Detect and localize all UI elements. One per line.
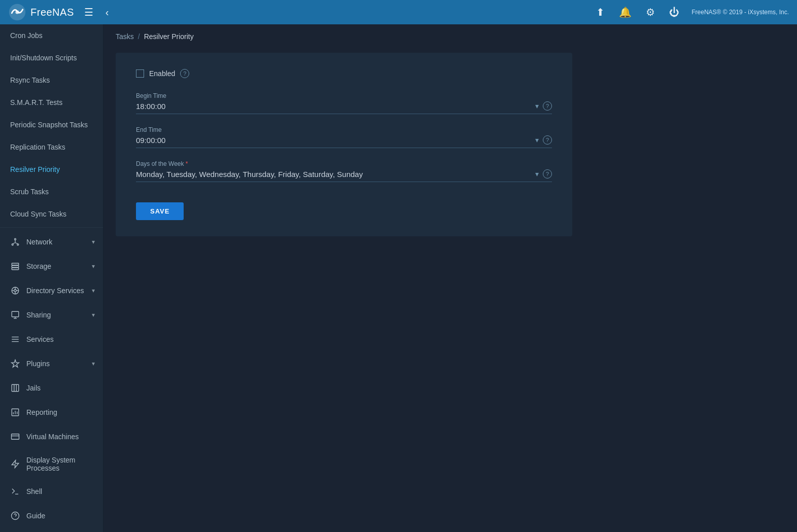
- notifications-icon[interactable]: 🔔: [617, 4, 634, 20]
- directory-services-arrow-icon: ▾: [92, 287, 95, 294]
- enabled-row: Enabled ?: [136, 69, 552, 78]
- breadcrumb: Tasks / Resilver Priority: [116, 32, 194, 41]
- sidebar-item-cron-jobs[interactable]: Cron Jobs: [0, 24, 103, 47]
- network-icon: [10, 237, 20, 247]
- end-time-label: End Time: [136, 126, 552, 133]
- sidebar-item-plugins[interactable]: Plugins ▾: [0, 351, 103, 376]
- sidebar-item-guide[interactable]: Guide: [0, 504, 103, 528]
- logo: FreeNAS: [8, 3, 74, 21]
- storage-arrow-icon: ▾: [92, 263, 95, 270]
- virtual-machines-icon: [10, 432, 20, 442]
- save-button[interactable]: SAVE: [136, 202, 184, 220]
- sharing-icon: [10, 310, 20, 320]
- svg-line-7: [15, 243, 18, 244]
- svg-point-4: [17, 244, 19, 245]
- sidebar-item-replication-tasks[interactable]: Replication Tasks: [0, 136, 103, 158]
- svg-rect-17: [12, 311, 19, 317]
- breadcrumb-parent[interactable]: Tasks: [116, 32, 134, 41]
- sidebar-item-services[interactable]: Services: [0, 327, 103, 351]
- sharing-arrow-icon: ▾: [92, 311, 95, 318]
- end-time-select-row: 09:00:00 ▾ ?: [136, 135, 552, 148]
- days-of-week-select-row: Monday, Tuesday, Wednesday, Thursday, Fr…: [136, 169, 552, 182]
- sidebar-item-display-system[interactable]: Display System Processes: [0, 449, 103, 479]
- breadcrumb-bar: Tasks / Resilver Priority: [103, 24, 797, 49]
- sidebar-item-sharing[interactable]: Sharing ▾: [0, 303, 103, 327]
- storage-icon: [10, 261, 20, 271]
- content-area: Tasks / Resilver Priority Enabled ? Begi…: [103, 24, 797, 532]
- directory-services-icon: [10, 286, 20, 296]
- display-system-icon: [10, 459, 20, 469]
- services-icon: [10, 334, 20, 344]
- sidebar-item-periodic-snapshot[interactable]: Periodic Snapshot Tasks: [0, 114, 103, 136]
- guide-icon: [10, 511, 20, 521]
- svg-marker-32: [12, 460, 19, 468]
- topbar-right: ⬆ 🔔 ⚙ ⏻ FreeNAS® © 2019 - iXsystems, Inc…: [594, 4, 789, 20]
- svg-rect-30: [12, 434, 19, 440]
- sidebar-item-cloud-sync-tasks[interactable]: Cloud Sync Tasks: [0, 203, 103, 225]
- plugins-icon: [10, 359, 20, 369]
- svg-rect-8: [12, 263, 19, 265]
- enabled-checkbox[interactable]: [136, 69, 144, 78]
- sidebar-item-directory-services[interactable]: Directory Services ▾: [0, 278, 103, 303]
- sidebar-item-rsync-tasks[interactable]: Rsync Tasks: [0, 69, 103, 91]
- begin-time-value[interactable]: 18:00:00: [136, 102, 531, 111]
- sidebar-item-resilver-priority[interactable]: Resilver Priority: [0, 158, 103, 181]
- end-time-help-icon[interactable]: ?: [543, 135, 552, 145]
- end-time-row: End Time 09:00:00 ▾ ?: [136, 126, 552, 148]
- begin-time-dropdown-icon[interactable]: ▾: [535, 102, 539, 110]
- enabled-help-icon[interactable]: ?: [180, 69, 189, 78]
- begin-time-row: Begin Time 18:00:00 ▾ ?: [136, 92, 552, 114]
- sidebar-item-virtual-machines[interactable]: Virtual Machines: [0, 424, 103, 449]
- days-of-week-help-icon[interactable]: ?: [543, 169, 552, 179]
- network-arrow-icon: ▾: [92, 238, 95, 245]
- begin-time-help-icon[interactable]: ?: [543, 101, 552, 111]
- svg-point-1: [15, 10, 19, 14]
- topbar: FreeNAS ☰ ‹ ⬆ 🔔 ⚙ ⏻ FreeNAS® © 2019 - iX…: [0, 0, 797, 24]
- days-of-week-dropdown-icon[interactable]: ▾: [535, 170, 539, 178]
- sidebar-item-init-shutdown[interactable]: Init/Shutdown Scripts: [0, 47, 103, 69]
- svg-point-3: [12, 244, 13, 245]
- begin-time-select-row: 18:00:00 ▾ ?: [136, 101, 552, 114]
- shell-icon: [10, 486, 20, 496]
- sidebar-divider: [0, 227, 103, 228]
- sidebar-item-network[interactable]: Network ▾: [0, 230, 103, 254]
- upload-icon[interactable]: ⬆: [594, 4, 607, 20]
- sidebar-item-scrub-tasks[interactable]: Scrub Tasks: [0, 181, 103, 203]
- logo-icon: [8, 3, 26, 21]
- back-icon[interactable]: ‹: [103, 5, 111, 20]
- settings-icon[interactable]: ⚙: [644, 4, 657, 20]
- jails-icon: [10, 383, 20, 393]
- svg-line-6: [13, 243, 15, 244]
- power-icon[interactable]: ⏻: [667, 5, 681, 20]
- svg-rect-10: [12, 268, 19, 270]
- plugins-arrow-icon: ▾: [92, 360, 95, 367]
- topbar-left: FreeNAS ☰ ‹: [8, 3, 111, 21]
- end-time-dropdown-icon[interactable]: ▾: [535, 136, 539, 144]
- menu-icon[interactable]: ☰: [82, 4, 95, 20]
- breadcrumb-separator: /: [138, 32, 140, 41]
- reporting-icon: [10, 407, 20, 417]
- sidebar-item-smart-tests[interactable]: S.M.A.R.T. Tests: [0, 91, 103, 114]
- sidebar-item-storage[interactable]: Storage ▾: [0, 254, 103, 278]
- sidebar-item-shell[interactable]: Shell: [0, 479, 103, 504]
- svg-point-34: [12, 512, 19, 520]
- sidebar: Cron Jobs Init/Shutdown Scripts Rsync Ta…: [0, 24, 103, 532]
- days-of-week-label: Days of the Week: [136, 160, 552, 167]
- svg-rect-23: [12, 384, 19, 392]
- svg-point-2: [15, 238, 16, 240]
- breadcrumb-current: Resilver Priority: [144, 32, 194, 41]
- copyright-text: FreeNAS® © 2019 - iXsystems, Inc.: [691, 9, 789, 16]
- main-layout: Cron Jobs Init/Shutdown Scripts Rsync Ta…: [0, 24, 797, 532]
- svg-point-12: [14, 290, 17, 292]
- enabled-label: Enabled: [149, 69, 175, 78]
- logo-text: FreeNAS: [30, 7, 74, 18]
- begin-time-label: Begin Time: [136, 92, 552, 99]
- sidebar-item-reporting[interactable]: Reporting: [0, 400, 103, 424]
- sidebar-item-jails[interactable]: Jails: [0, 376, 103, 400]
- days-of-week-row: Days of the Week Monday, Tuesday, Wednes…: [136, 160, 552, 182]
- svg-rect-9: [12, 266, 19, 268]
- end-time-value[interactable]: 09:00:00: [136, 136, 531, 145]
- form-card: Enabled ? Begin Time 18:00:00 ▾ ? End Ti…: [116, 53, 572, 236]
- days-of-week-value[interactable]: Monday, Tuesday, Wednesday, Thursday, Fr…: [136, 170, 531, 179]
